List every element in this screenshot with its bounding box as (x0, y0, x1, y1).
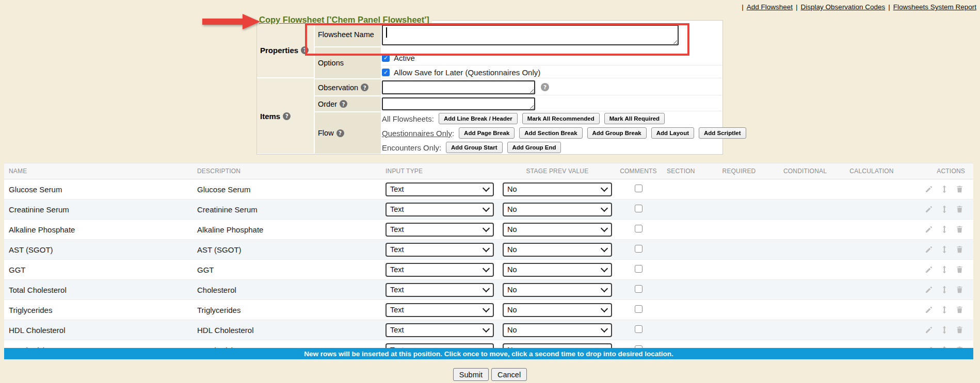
conditional-cell (772, 320, 838, 340)
stage-prev-value-select[interactable]: No (503, 182, 612, 196)
submit-button[interactable]: Submit (453, 368, 489, 381)
section-cell (661, 300, 706, 320)
item-description: GGT (192, 260, 381, 280)
order-label: Order ? (315, 96, 381, 111)
flow-line: Questionnaires Only:Add Page BreakAdd Se… (382, 126, 724, 140)
stage-prev-value-select[interactable]: No (503, 323, 612, 337)
edit-pencil-icon[interactable] (925, 265, 933, 274)
stage-prev-value-cell: No (499, 320, 616, 340)
delete-trash-icon[interactable] (956, 286, 963, 294)
move-row-icon[interactable] (940, 286, 949, 294)
move-row-icon[interactable] (940, 326, 949, 334)
help-icon[interactable]: ? (340, 100, 347, 108)
item-description: Triglycerides (192, 300, 381, 320)
comments-checkbox[interactable] (635, 325, 642, 333)
input-type-cell: Text (381, 240, 499, 260)
input-type-select[interactable]: Text (385, 283, 494, 297)
link-flowsheets-system-report[interactable]: Flowsheets System Report (893, 3, 976, 11)
active-checkbox[interactable]: ✓ (382, 54, 390, 62)
comments-checkbox[interactable] (635, 285, 642, 293)
help-icon[interactable]: ? (361, 84, 368, 91)
help-icon[interactable]: ? (283, 112, 291, 120)
row-actions (906, 306, 973, 314)
flowsheet-name-field (382, 25, 679, 45)
page: | Add Flowsheet | Display Observation Co… (0, 0, 980, 383)
observation-input[interactable] (382, 80, 535, 94)
stage-prev-value-select[interactable]: No (503, 263, 612, 277)
input-type-select[interactable]: Text (385, 203, 494, 217)
move-row-icon[interactable] (940, 265, 949, 274)
input-type-cell: Text (381, 199, 499, 220)
delete-trash-icon[interactable] (956, 265, 963, 274)
input-type-select[interactable]: Text (385, 323, 494, 337)
flow-action-button[interactable]: Mark All Recommended (522, 113, 600, 124)
flow-action-button[interactable]: Add Layout (651, 127, 694, 139)
delete-trash-icon[interactable] (956, 326, 963, 334)
order-input[interactable] (382, 97, 535, 110)
flow-action-button[interactable]: Mark All Required (604, 113, 665, 124)
input-type-select[interactable]: Text (385, 303, 494, 317)
comments-checkbox[interactable] (635, 185, 642, 192)
help-icon[interactable]: ? (336, 129, 344, 137)
comments-checkbox[interactable] (635, 305, 642, 313)
edit-pencil-icon[interactable] (925, 306, 933, 314)
calculation-cell (838, 280, 905, 300)
move-row-icon[interactable] (940, 245, 949, 254)
link-add-flowsheet[interactable]: Add Flowsheet (747, 3, 793, 11)
delete-trash-icon[interactable] (956, 245, 963, 254)
item-description: Alkaline Phosphate (192, 220, 381, 240)
delete-trash-icon[interactable] (956, 306, 963, 314)
input-type-select[interactable]: Text (385, 182, 494, 196)
link-display-observation-codes[interactable]: Display Observation Codes (801, 3, 886, 11)
move-row-icon[interactable] (940, 185, 949, 193)
calculation-cell (838, 179, 905, 199)
flow-action-button[interactable]: Add Group Break (587, 127, 647, 139)
stage-prev-value-select[interactable]: No (503, 303, 612, 317)
comments-checkbox[interactable] (635, 245, 642, 253)
flowsheet-name-input[interactable] (382, 25, 679, 45)
table-row: TriglyceridesTriglyceridesTextNo (4, 300, 973, 320)
comments-checkbox[interactable] (635, 205, 642, 212)
chevron-down-icon (601, 325, 608, 332)
stage-prev-value-select[interactable]: No (503, 203, 612, 217)
flow-action-button[interactable]: Add Page Break (459, 127, 515, 139)
stage-prev-value-select[interactable]: No (503, 243, 612, 257)
flow-action-button[interactable]: Add Line Break / Header (439, 113, 518, 124)
stage-prev-value-select[interactable]: No (503, 283, 612, 297)
input-type-select[interactable]: Text (385, 243, 494, 257)
input-type-select[interactable]: Text (385, 223, 494, 237)
flow-action-button[interactable]: Add Group Start (446, 142, 502, 153)
observation-text: Observation (318, 84, 358, 92)
required-cell (706, 179, 772, 199)
conditional-cell (772, 220, 838, 240)
move-row-icon[interactable] (940, 306, 949, 314)
help-icon[interactable]: ? (301, 46, 309, 54)
edit-pencil-icon[interactable] (925, 205, 933, 213)
flow-action-button[interactable]: Add Group End (507, 142, 561, 153)
delete-trash-icon[interactable] (956, 185, 963, 193)
delete-trash-icon[interactable] (956, 205, 963, 213)
allow-save-checkbox[interactable]: ✓ (382, 69, 390, 76)
conditional-cell (772, 240, 838, 260)
observation-help-icon[interactable]: ? (541, 83, 549, 91)
edit-pencil-icon[interactable] (925, 185, 933, 193)
cancel-button[interactable]: Cancel (491, 368, 527, 381)
comments-checkbox[interactable] (635, 265, 642, 273)
flow-action-button[interactable]: Add Scriptlet (699, 127, 746, 139)
insert-position-bar[interactable]: New rows will be inserted at this positi… (4, 348, 973, 359)
edit-pencil-icon[interactable] (925, 286, 933, 294)
section-cell (661, 240, 706, 260)
edit-pencil-icon[interactable] (925, 326, 933, 334)
flow-action-button[interactable]: Add Section Break (519, 127, 582, 139)
comments-checkbox[interactable] (635, 225, 642, 232)
move-row-icon[interactable] (940, 205, 949, 213)
edit-pencil-icon[interactable] (925, 245, 933, 254)
options-label: Options (315, 47, 381, 78)
edit-pencil-icon[interactable] (925, 225, 933, 234)
input-type-cell: Text (381, 179, 499, 199)
delete-trash-icon[interactable] (956, 225, 963, 234)
stage-prev-value-select[interactable]: No (503, 223, 612, 237)
move-row-icon[interactable] (940, 225, 949, 234)
options-text: Options (318, 59, 344, 67)
input-type-select[interactable]: Text (385, 263, 494, 277)
